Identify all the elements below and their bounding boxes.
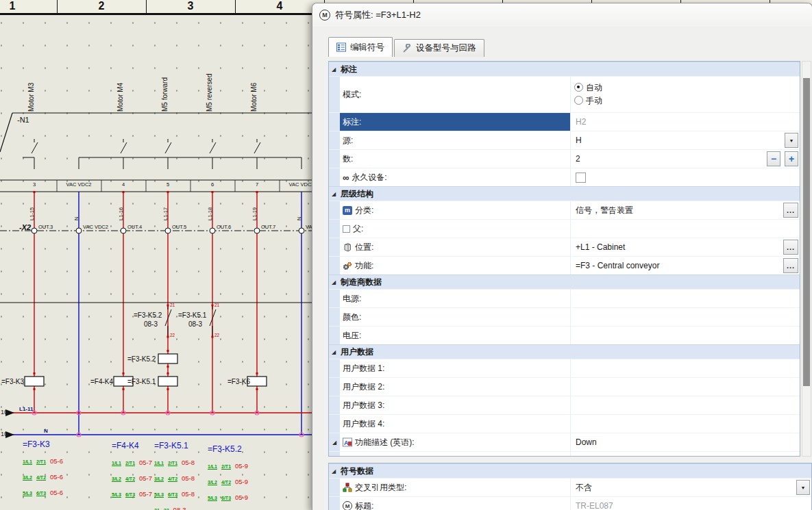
category-browse-button[interactable]: ... — [783, 203, 798, 218]
location-icon — [343, 242, 352, 252]
desc-es-value[interactable]: Bajar — [576, 456, 800, 457]
schematic-label: 10 — [1, 431, 8, 437]
schematic-label: Motor M4 — [116, 83, 124, 112]
section-hierarchy[interactable]: ◢ 层级结构 — [329, 186, 800, 201]
count-minus-button[interactable]: − — [767, 151, 780, 166]
schematic-label: M5 reversed — [206, 73, 213, 112]
category-value[interactable]: 信号，警告装置 — [576, 205, 780, 216]
row-count[interactable]: 数: 2 − + — [329, 149, 800, 168]
row-category[interactable]: m 分类: 信号，警告装置 ... — [329, 201, 800, 219]
schematic-label: =F3-K5.1 — [127, 378, 156, 385]
tag-label: 标注: — [343, 116, 361, 128]
schematic-label: Motor M3 — [27, 83, 35, 112]
desc-en-value[interactable]: Down — [576, 437, 800, 447]
location-value[interactable]: +L1 - Cabinet — [576, 242, 780, 252]
collapse-icon[interactable]: ◢ — [329, 349, 339, 355]
schematic-label: 22 — [170, 333, 175, 337]
category-icon: m — [343, 206, 352, 215]
function-browse-button[interactable]: ... — [783, 258, 798, 273]
category-label: 分类: — [355, 205, 373, 216]
crossref-dropdown-button[interactable]: ▼ — [796, 480, 810, 495]
row-crossref-type[interactable]: 交叉引用类型: 不含 ▼ — [329, 478, 811, 496]
row-desc-en[interactable]: ◢ A 功能描述 (英语): Down — [329, 433, 800, 451]
row-desc-es[interactable]: A 功能描述 (西班牙语): Bajar — [329, 451, 800, 457]
count-plus-button[interactable]: + — [785, 151, 798, 166]
function-value[interactable]: =F3 - Central conveyor — [576, 261, 780, 270]
symbol-data-pane: ◢ 符号数据 交叉引用类型: 不含 ▼ M — [328, 463, 812, 510]
radio-manual[interactable]: 手动 — [574, 95, 602, 107]
schematic-label: 4 — [122, 181, 125, 188]
tab-edit-symbol[interactable]: 编辑符号 — [328, 37, 393, 57]
row-function[interactable]: 功能: =F3 - Central conveyor ... — [329, 256, 800, 275]
schematic-label: OUT.4 — [127, 224, 142, 230]
row-userdata-4[interactable]: 用户数据 4: — [329, 414, 800, 433]
row-mode[interactable]: 模式: 自动 手动 — [329, 76, 800, 112]
collapse-icon[interactable]: ◢ — [329, 191, 339, 197]
schematic-label: N — [44, 428, 48, 434]
function-gears-icon — [343, 261, 352, 270]
row-tag[interactable]: 标注: H2 — [329, 112, 800, 131]
schematic-label: L1-16 — [118, 207, 124, 220]
row-color[interactable]: 颜色: — [329, 307, 800, 326]
section-annotation[interactable]: ◢ 标注 — [329, 62, 800, 76]
dialog-title-bar[interactable]: M 符号属性: =F3+L1-H2 — [312, 3, 812, 27]
row-symbol-title[interactable]: M 标题: TR-EL087 — [329, 496, 811, 510]
collapse-icon[interactable]: ◢ — [329, 66, 339, 73]
crossref-contact: 3/L2 — [23, 475, 32, 481]
schematic-label: OUT.6 — [217, 224, 231, 230]
tab-device-model[interactable]: 设备型号与回路 — [394, 39, 484, 57]
app-m-icon: M — [319, 10, 330, 21]
row-userdata-1[interactable]: 用户数据 1: — [329, 359, 800, 377]
symbol-title-value[interactable]: TR-EL087 — [576, 501, 811, 510]
crossref-contact: 2/T1 — [36, 459, 46, 465]
source-value[interactable]: H — [576, 136, 782, 145]
count-value[interactable]: 2 — [576, 154, 764, 164]
crossref-device-name: =F3-K5.2 — [208, 444, 242, 454]
crossref-tree-icon — [343, 483, 352, 492]
location-browse-button[interactable]: ... — [783, 240, 798, 255]
row-location[interactable]: 位置: +L1 - Cabinet ... — [329, 238, 800, 256]
radio-manual-icon[interactable] — [574, 96, 583, 105]
crossref-row: 1/L12/T105-8 — [154, 459, 195, 466]
schematic-label: L1-18 — [207, 207, 213, 220]
schematic-label: VAC VDC2 — [83, 224, 108, 230]
voltage-label: 电压: — [343, 330, 361, 342]
collapse-icon[interactable]: ◢ — [329, 279, 339, 285]
schematic-label: =F4-K4 — [90, 378, 113, 385]
permanent-label: 永久设备: — [352, 172, 386, 183]
crossref-row: 1/L12/T105-6 — [23, 457, 63, 465]
radio-auto[interactable]: 自动 — [574, 82, 602, 94]
symbol-title-label: 标题: — [355, 500, 373, 510]
crossref-value[interactable]: 不含 — [576, 482, 793, 494]
crossref-device-name: =F3-K5.1 — [154, 441, 188, 450]
crossref-page: 05-7 — [139, 474, 152, 482]
row-userdata-3[interactable]: 用户数据 3: — [329, 396, 800, 414]
tag-value[interactable]: H2 — [576, 117, 800, 127]
row-userdata-2[interactable]: 用户数据 2: — [329, 377, 800, 396]
collapse-icon[interactable]: ◢ — [329, 468, 339, 474]
row-parent[interactable]: 父: — [329, 219, 800, 238]
permanent-checkbox[interactable] — [576, 173, 586, 183]
crossref-row: 5/L36/T305-8 — [154, 490, 195, 498]
vertical-scrollbar[interactable] — [802, 61, 811, 457]
row-source[interactable]: 源: H ▼ — [329, 131, 800, 149]
section-symboldata[interactable]: ◢ 符号数据 — [329, 463, 811, 478]
schematic-label: 6 — [211, 181, 214, 188]
crossref-row: 3/L24/T205-6 — [23, 473, 63, 481]
crossref-contact: 4/T2 — [125, 476, 135, 482]
crossref-page: 05-6 — [50, 473, 63, 481]
schematic-label: 4 — [277, 0, 283, 12]
section-manufacturer[interactable]: ◢ 制造商数据 — [329, 275, 800, 289]
schematic-label: =F3-K5.2 — [127, 355, 156, 363]
section-userdata[interactable]: ◢ 用户数据 — [329, 344, 800, 359]
crossref-device-name: =F3-K3 — [23, 439, 50, 449]
schematic-label: N — [73, 217, 79, 220]
row-permanent[interactable]: ∞ 永久设备: — [329, 168, 800, 186]
row-voltage[interactable]: 电压: — [329, 326, 800, 344]
radio-auto-icon[interactable] — [574, 83, 583, 92]
row-power[interactable]: 电源: — [329, 289, 800, 307]
schematic-label: 3 — [33, 181, 36, 188]
scrollbar-thumb[interactable] — [803, 78, 810, 386]
crossref-row: 212208-3 — [154, 506, 186, 510]
source-dropdown-button[interactable]: ▼ — [785, 133, 798, 148]
